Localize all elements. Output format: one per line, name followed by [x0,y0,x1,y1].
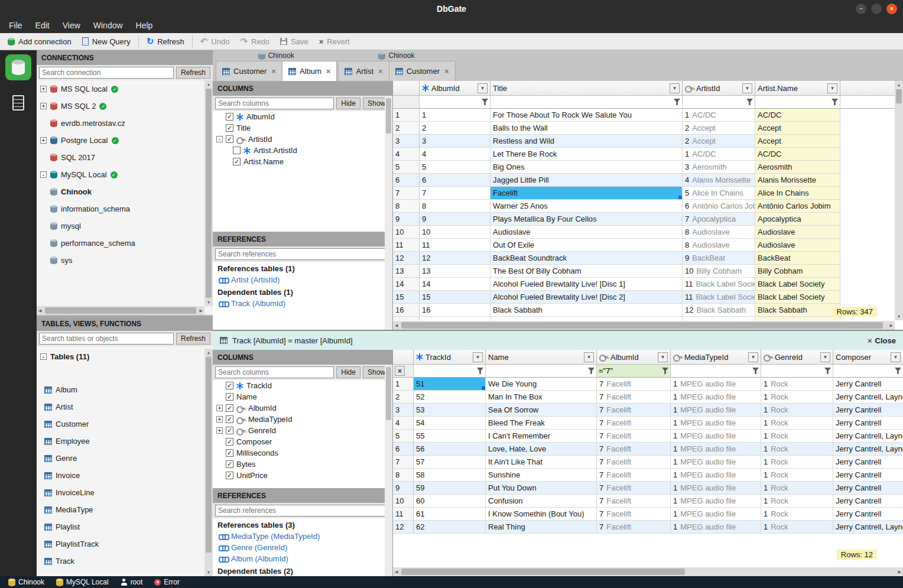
cell-title[interactable]: The Best Of Billy Cobham [491,265,683,278]
cell-genreid[interactable]: 1Rock [761,443,833,456]
filter-icon[interactable] [482,99,488,105]
cell-artist-name[interactable]: AC/DC [755,109,840,122]
minimize-button[interactable] [856,4,866,14]
column-checkbox[interactable] [233,158,241,165]
scroll-left-button[interactable] [395,570,398,574]
scroll-up-button[interactable] [207,82,211,86]
row-number-cell[interactable]: 5 [393,161,420,174]
cell-trackid[interactable]: 51 [414,378,486,391]
cell-composer[interactable]: Jerry Cantrell [833,378,903,391]
scrollbar-thumb[interactable] [386,98,391,134]
table-item[interactable]: Playlist [37,518,204,535]
column-header-artist-name[interactable]: Artist.Name [755,81,840,96]
cell-albumid[interactable]: 7Facelift [597,456,671,469]
cell-artist-name[interactable]: Black Sabbath [755,317,840,320]
column-header-composer[interactable]: Composer [833,350,903,365]
row-number-cell[interactable]: 11 [393,239,420,252]
scroll-down-button[interactable] [207,300,211,304]
cell-artistid[interactable]: 6Antônio Carlos Jobim [683,200,755,213]
cell-name[interactable]: Bleed The Freak [486,417,597,430]
expander-toggle[interactable]: + [216,416,223,423]
cell-artist-name[interactable]: Billy Cobham [755,265,840,278]
cell-albumid[interactable]: 10 [420,226,491,239]
column-menu-button[interactable] [820,352,830,362]
scroll-right-button[interactable] [890,323,893,328]
filter-input[interactable] [421,96,480,108]
filter-cell-artist-name[interactable] [755,96,840,109]
filter-icon[interactable] [824,368,831,374]
cell-artist-name[interactable]: Black Label Society [755,278,840,291]
cell-albumid[interactable]: 5 [420,161,491,174]
filter-input[interactable] [415,365,476,377]
filter-cell-mediatypeid[interactable] [671,365,761,378]
cell-title[interactable]: For Those About To Rock We Salute You [491,109,683,122]
rail-item-connections[interactable] [5,54,31,80]
cell-name[interactable]: Love, Hate, Love [486,443,597,456]
cell-mediatypeid[interactable]: 1MPEG audio file [671,417,761,430]
connection-item[interactable]: sys [37,252,204,269]
cell-title[interactable]: Out Of Exile [491,239,683,252]
filter-icon[interactable] [662,368,668,374]
cell-albumid[interactable]: 7Facelift [597,404,671,417]
column-item[interactable]: Title [213,122,392,134]
tab-close-icon[interactable] [326,67,331,76]
connection-item[interactable]: information_schema [37,200,204,217]
column-item[interactable]: - ArtistId [213,134,392,145]
cell-albumid[interactable]: 7Facelift [597,482,671,495]
row-number-cell[interactable]: 4 [393,417,414,430]
filter-input[interactable] [673,365,751,377]
table-item[interactable]: Invoice [37,467,204,484]
cell-albumid[interactable]: 17 [420,317,491,320]
horizontal-scrollbar[interactable] [393,321,895,330]
row-number-cell[interactable]: 14 [393,278,420,291]
column-checkbox[interactable] [226,415,233,423]
cell-artist-name[interactable]: Aerosmith [755,161,840,174]
connections-refresh-button[interactable]: Refresh [176,67,210,79]
cell-trackid[interactable]: 56 [414,443,486,456]
column-menu-button[interactable] [891,352,901,362]
cell-artistid[interactable]: 4Alanis Morissette [683,174,755,187]
cell-albumid[interactable]: 7Facelift [597,443,671,456]
column-item[interactable]: + GenreId [213,425,392,436]
filter-icon[interactable] [588,368,595,374]
detail-close-button[interactable]: Close [868,336,896,345]
column-menu-button[interactable] [478,83,488,93]
reference-link[interactable]: Album (AlbumId) [213,553,392,564]
cell-albumid[interactable]: 7 [420,187,491,200]
scrollbar-thumb[interactable] [386,367,391,420]
cell-albumid[interactable]: 14 [420,278,491,291]
cell-artist-name[interactable]: Black Sabbath [755,304,840,317]
cell-artist-name[interactable]: Alanis Morissette [755,174,840,187]
cell-title[interactable]: Alcohol Fueled Brewtality Live! [Disc 1] [491,278,683,291]
scroll-down-button[interactable] [897,314,901,319]
row-number-cell[interactable]: 5 [393,430,414,443]
filter-icon[interactable] [831,99,838,105]
cell-name[interactable]: Sunshine [486,469,597,482]
cell-name[interactable]: Man In The Box [486,391,597,404]
connection-item[interactable]: SQL 2017 [37,149,204,166]
cell-albumid[interactable]: 8 [420,200,491,213]
column-item[interactable]: Composer [213,436,392,447]
row-number-cell[interactable]: 13 [393,265,420,278]
column-header-trackid[interactable]: TrackId [414,350,486,365]
row-number-cell[interactable]: 10 [393,226,420,239]
cell-composer[interactable]: Jerry Cantrell [833,469,903,482]
cell-albumid[interactable]: 7Facelift [597,378,671,391]
column-menu-button[interactable] [827,83,837,93]
cell-artist-name[interactable]: Antônio Carlos Jobim [755,200,840,213]
cell-genreid[interactable]: 1Rock [761,391,833,404]
column-checkbox[interactable] [226,135,233,143]
expander-toggle[interactable]: + [216,427,223,434]
table-item[interactable]: Album [37,381,204,398]
cell-artist-name[interactable]: Alice In Chains [755,187,840,200]
tab-album[interactable]: Album [282,61,337,81]
cell-mediatypeid[interactable]: 1MPEG audio file [671,508,761,521]
cell-mediatypeid[interactable]: 1MPEG audio file [671,482,761,495]
row-number-cell[interactable]: 9 [393,482,414,495]
cell-albumid[interactable]: 4 [420,148,491,161]
column-checkbox[interactable] [226,393,233,401]
cell-trackid[interactable]: 59 [414,482,486,495]
column-menu-button[interactable] [584,352,594,362]
cell-genreid[interactable]: 1Rock [761,456,833,469]
cell-artistid[interactable]: 3Aerosmith [683,161,755,174]
